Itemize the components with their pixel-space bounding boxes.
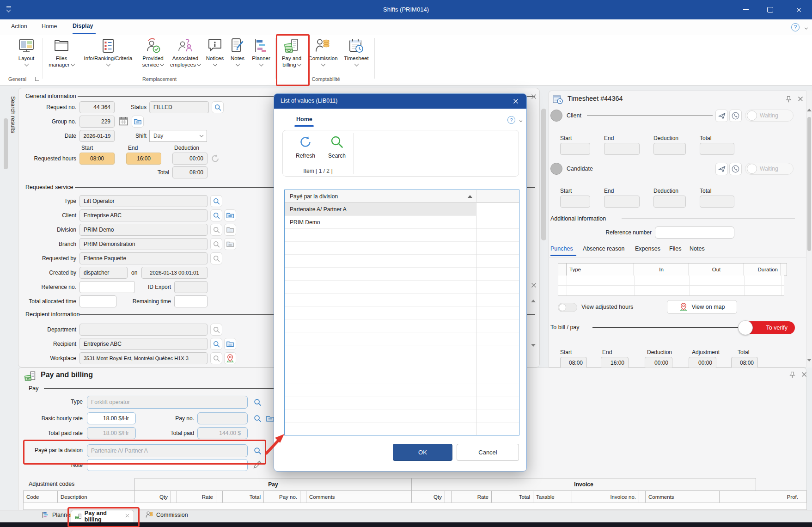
candidate-end-field[interactable]	[604, 196, 640, 208]
sidebar-tab-search-results[interactable]: Search results	[7, 96, 16, 170]
remaining-time-field[interactable]	[174, 295, 208, 307]
client-avatar[interactable]	[550, 110, 562, 122]
ribbon-item-info-ranking-criteria[interactable]: Info/Ranking/Criteria	[79, 37, 138, 68]
department-field[interactable]	[79, 324, 208, 336]
group-preview-button[interactable]	[132, 116, 144, 128]
client-deduction-field[interactable]	[653, 143, 686, 155]
requested-end-field[interactable]: 16:00	[126, 153, 161, 165]
view-on-map-button[interactable]: View on map	[667, 300, 737, 314]
timesheet-close-icon[interactable]	[797, 96, 804, 104]
right-scrollbar-thumb[interactable]	[807, 117, 811, 251]
list-empty-rows[interactable]	[285, 229, 519, 435]
group-no-field[interactable]: 229	[79, 116, 115, 128]
dialog-help-icon[interactable]: ?	[507, 116, 515, 124]
candidate-send-button[interactable]	[715, 163, 728, 175]
ribbon-item-notices[interactable]: Notices	[203, 37, 226, 68]
total-field[interactable]: 08:00	[172, 166, 208, 178]
candidate-start-field[interactable]	[560, 196, 590, 208]
timesheet-pin-icon[interactable]	[784, 95, 793, 105]
tab-absence-reason[interactable]: Absence reason	[583, 245, 624, 252]
recipient-file-button[interactable]	[224, 338, 236, 350]
help-icon[interactable]: ?	[791, 23, 800, 31]
background-close-icon[interactable]	[531, 282, 537, 290]
dialog-help-chevron-icon[interactable]	[518, 117, 524, 126]
recipient-field[interactable]: Entreprise ABC	[79, 338, 208, 350]
client-total-field[interactable]	[700, 143, 734, 155]
recipient-search-button[interactable]	[210, 338, 222, 350]
total-paid-field[interactable]: 144.00 $	[197, 427, 248, 439]
requested-by-search-button[interactable]	[210, 252, 222, 264]
client-field[interactable]: Entreprise ABC	[79, 209, 208, 221]
workplace-field[interactable]: 3531 Mont-Royal Est, Montréal Québec H1X…	[79, 352, 208, 364]
close-button[interactable]	[786, 0, 812, 19]
scroll-down-icon[interactable]	[531, 344, 536, 347]
scroll-down-icon[interactable]	[807, 359, 812, 362]
ribbon-item-timesheet[interactable]: Timesheet	[340, 37, 372, 68]
client-start-field[interactable]	[560, 143, 590, 155]
branch-search-button[interactable]	[210, 238, 222, 250]
ribbon-item-provided-service[interactable]: Providedservice	[139, 37, 167, 68]
division-field[interactable]: PRIM Demo	[79, 224, 208, 236]
department-search-button[interactable]	[210, 324, 222, 336]
cancel-button[interactable]: Cancel	[457, 444, 519, 461]
tab-notes[interactable]: Notes	[690, 245, 705, 252]
requested-start-field[interactable]: 08:00	[79, 153, 115, 165]
ribbon-item-notes[interactable]: Notes	[227, 37, 248, 68]
menu-tab-action[interactable]: Action	[11, 23, 27, 30]
background-close-icon[interactable]	[531, 93, 537, 102]
punch-table-body[interactable]	[558, 276, 784, 296]
tab-punches[interactable]: Punches	[550, 245, 573, 252]
requested-deduction-field[interactable]: 00:00	[172, 153, 208, 165]
pay-panel-pin-icon[interactable]	[788, 371, 796, 381]
ribbon-item-layout[interactable]: Layout	[12, 37, 41, 68]
pay-no-search-button[interactable]	[251, 412, 263, 424]
date-field[interactable]: 2026-01-19	[79, 130, 115, 142]
dialog-tab-home[interactable]: Home	[296, 116, 312, 123]
tab-files[interactable]: Files	[669, 245, 681, 252]
requested-by-field[interactable]: Etienne Paquette	[79, 252, 208, 264]
tab-expenses[interactable]: Expenses	[635, 245, 660, 252]
division-search-button[interactable]	[210, 224, 222, 236]
minimize-button[interactable]	[735, 0, 757, 19]
ribbon-item-commission[interactable]: Commission	[307, 37, 339, 68]
scroll-up-icon[interactable]	[807, 109, 812, 111]
id-export-field[interactable]	[174, 281, 208, 293]
division-file-button[interactable]	[224, 224, 236, 236]
request-no-field[interactable]: 44 364	[79, 101, 115, 113]
menu-tab-home[interactable]: Home	[42, 23, 57, 30]
calendar-icon[interactable]	[118, 116, 129, 129]
client-phone-button[interactable]	[729, 110, 742, 122]
status-field[interactable]: FILLED	[149, 101, 209, 113]
ok-button[interactable]: OK	[393, 444, 452, 461]
dialog-close-icon[interactable]	[513, 98, 519, 106]
reference-number-field[interactable]	[655, 227, 734, 239]
basic-rate-field[interactable]: 18.00 $/Hr	[87, 412, 136, 424]
branch-field[interactable]: PRIM Démonstration	[79, 238, 208, 250]
total-allocated-field[interactable]	[79, 295, 116, 307]
pay-type-field[interactable]: Forklift operator	[87, 396, 248, 409]
scroll-up-icon[interactable]	[531, 300, 536, 302]
candidate-total-field[interactable]	[700, 196, 734, 208]
list-row-selected[interactable]: Partenaire A/ Partner A	[285, 203, 476, 216]
shift-select[interactable]: Day	[149, 130, 207, 142]
refresh-button[interactable]: Refresh	[290, 135, 321, 159]
created-by-field[interactable]: dispatcher	[79, 267, 128, 279]
ribbon-item-files-manager[interactable]: Filesmanager	[45, 37, 78, 68]
to-verify-knob[interactable]	[738, 320, 753, 335]
workplace-map-button[interactable]	[224, 352, 236, 364]
maximize-button[interactable]	[759, 0, 781, 19]
client-end-field[interactable]	[604, 143, 640, 155]
pay-panel-close-icon[interactable]	[801, 371, 807, 380]
view-adjusted-hours-toggle[interactable]	[558, 303, 577, 312]
list-row[interactable]: PRIM Demo	[285, 216, 519, 229]
ribbon-item-planner[interactable]: Planner	[249, 37, 274, 68]
pay-no-field[interactable]	[197, 412, 248, 424]
bottom-tab-commission[interactable]: Commission	[146, 511, 188, 519]
client-send-button[interactable]	[715, 110, 728, 122]
created-on-field[interactable]: 2026-01-13 00:01:01	[141, 267, 208, 279]
menu-tab-display[interactable]: Display	[73, 23, 93, 29]
status-search-button[interactable]	[212, 101, 224, 113]
search-button[interactable]: Search	[322, 135, 352, 159]
adjustment-empty-row[interactable]	[23, 502, 807, 510]
reference-no-field[interactable]	[79, 281, 135, 293]
